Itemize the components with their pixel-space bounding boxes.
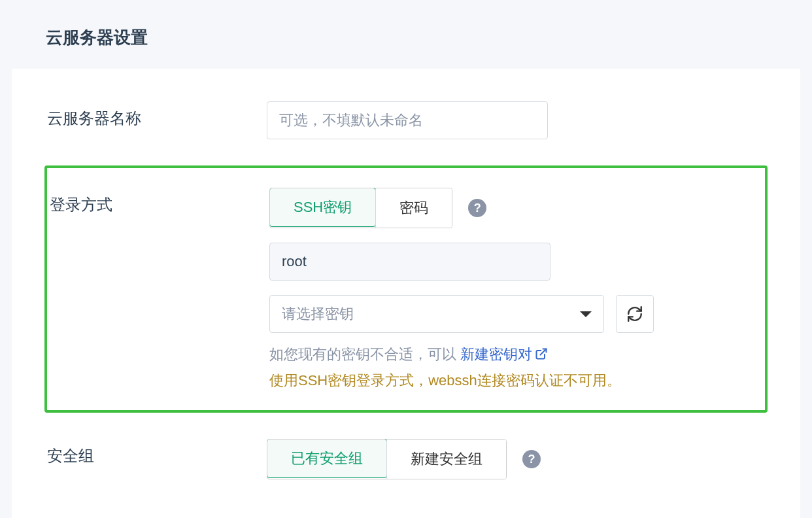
page-title: 云服务器设置 — [46, 26, 766, 49]
server-name-label: 云服务器名称 — [44, 101, 267, 129]
help-icon[interactable]: ? — [468, 199, 486, 217]
form-content: 云服务器名称 登录方式 SSH密钥 密码 ? root 请选择密钥 — [12, 69, 800, 518]
username-field: root — [269, 243, 550, 281]
help-icon[interactable]: ? — [522, 450, 541, 468]
svg-line-0 — [540, 349, 546, 355]
refresh-icon — [626, 305, 643, 322]
security-group-row: 安全组 已有安全组 新建安全组 ? — [44, 439, 768, 479]
ssh-warning-text: 使用SSH密钥登录方式，webssh连接密码认证不可用。 — [269, 371, 765, 390]
login-method-section: 登录方式 SSH密钥 密码 ? root 请选择密钥 — [44, 165, 768, 413]
password-option[interactable]: 密码 — [375, 188, 452, 228]
create-key-link[interactable]: 新建密钥对 — [460, 346, 548, 362]
server-name-row: 云服务器名称 — [44, 101, 768, 139]
new-security-group-option[interactable]: 新建安全组 — [386, 440, 506, 479]
external-link-icon — [535, 347, 548, 360]
security-group-label: 安全组 — [44, 439, 267, 466]
key-hint-text: 如您现有的密钥不合适，可以 新建密钥对 — [269, 345, 765, 364]
ssh-key-select[interactable]: 请选择密钥 — [269, 295, 604, 333]
ssh-key-placeholder: 请选择密钥 — [282, 304, 354, 324]
chevron-down-icon — [580, 311, 592, 317]
login-method-toggle: SSH密钥 密码 — [269, 188, 452, 228]
page-header: 云服务器设置 — [0, 0, 812, 69]
security-group-toggle: 已有安全组 新建安全组 — [267, 439, 507, 479]
refresh-button[interactable] — [616, 295, 654, 333]
ssh-key-option[interactable]: SSH密钥 — [269, 188, 376, 227]
existing-security-group-option[interactable]: 已有安全组 — [267, 439, 387, 478]
server-name-input[interactable] — [267, 101, 548, 139]
login-method-label: 登录方式 — [47, 188, 269, 215]
